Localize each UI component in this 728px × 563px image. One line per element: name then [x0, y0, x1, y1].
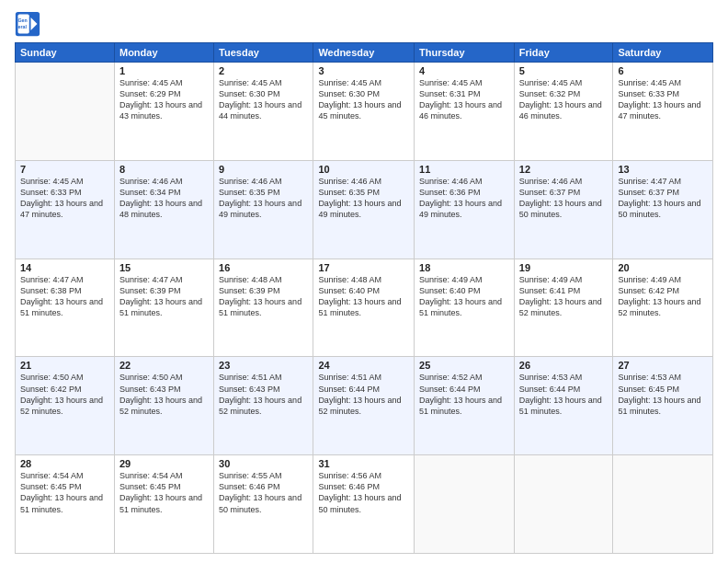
calendar-cell: 20Sunrise: 4:49 AM Sunset: 6:42 PM Dayli…	[613, 259, 713, 357]
calendar-cell: 27Sunrise: 4:53 AM Sunset: 6:45 PM Dayli…	[613, 357, 713, 455]
day-header-monday: Monday	[114, 43, 213, 63]
calendar-cell: 7Sunrise: 4:45 AM Sunset: 6:33 PM Daylig…	[16, 160, 115, 259]
cell-date: 25	[419, 360, 509, 371]
cell-date: 31	[318, 458, 409, 469]
cell-info: Sunrise: 4:45 AM Sunset: 6:33 PM Dayligh…	[20, 176, 109, 221]
cell-info: Sunrise: 4:51 AM Sunset: 6:43 PM Dayligh…	[219, 372, 308, 417]
cell-date: 23	[219, 360, 308, 371]
calendar-cell	[613, 455, 713, 554]
calendar-week-row: 1Sunrise: 4:45 AM Sunset: 6:29 PM Daylig…	[16, 63, 713, 161]
cell-date: 1	[119, 65, 209, 76]
cell-info: Sunrise: 4:47 AM Sunset: 6:37 PM Dayligh…	[618, 176, 708, 221]
cell-date: 14	[20, 262, 109, 273]
cell-date: 21	[20, 360, 109, 371]
cell-info: Sunrise: 4:46 AM Sunset: 6:36 PM Dayligh…	[419, 176, 509, 221]
day-header-saturday: Saturday	[613, 43, 713, 63]
day-header-sunday: Sunday	[16, 43, 115, 63]
logo-icon: Gen eral	[15, 11, 40, 37]
cell-info: Sunrise: 4:48 AM Sunset: 6:39 PM Dayligh…	[219, 274, 308, 319]
header: Gen eral	[15, 11, 713, 37]
calendar-cell: 14Sunrise: 4:47 AM Sunset: 6:38 PM Dayli…	[16, 259, 115, 357]
calendar-cell: 19Sunrise: 4:49 AM Sunset: 6:41 PM Dayli…	[514, 259, 613, 357]
cell-date: 6	[618, 65, 708, 76]
calendar-cell: 1Sunrise: 4:45 AM Sunset: 6:29 PM Daylig…	[114, 63, 213, 161]
calendar-table: SundayMondayTuesdayWednesdayThursdayFrid…	[15, 42, 713, 554]
calendar-cell: 16Sunrise: 4:48 AM Sunset: 6:39 PM Dayli…	[214, 259, 313, 357]
calendar-cell: 29Sunrise: 4:54 AM Sunset: 6:45 PM Dayli…	[114, 455, 213, 554]
cell-info: Sunrise: 4:46 AM Sunset: 6:37 PM Dayligh…	[519, 176, 609, 221]
cell-info: Sunrise: 4:45 AM Sunset: 6:29 PM Dayligh…	[119, 77, 209, 122]
calendar-cell: 12Sunrise: 4:46 AM Sunset: 6:37 PM Dayli…	[514, 160, 613, 259]
cell-date: 24	[318, 360, 409, 371]
cell-info: Sunrise: 4:53 AM Sunset: 6:45 PM Dayligh…	[618, 372, 708, 417]
cell-date: 7	[20, 164, 109, 175]
cell-date: 29	[119, 458, 209, 469]
logo: Gen eral	[15, 11, 44, 37]
calendar-cell: 28Sunrise: 4:54 AM Sunset: 6:45 PM Dayli…	[16, 455, 115, 554]
cell-info: Sunrise: 4:46 AM Sunset: 6:35 PM Dayligh…	[219, 176, 308, 221]
calendar-cell: 10Sunrise: 4:46 AM Sunset: 6:35 PM Dayli…	[313, 160, 415, 259]
day-header-tuesday: Tuesday	[214, 43, 313, 63]
cell-info: Sunrise: 4:47 AM Sunset: 6:38 PM Dayligh…	[20, 274, 109, 319]
day-header-friday: Friday	[514, 43, 613, 63]
cell-info: Sunrise: 4:45 AM Sunset: 6:30 PM Dayligh…	[219, 77, 308, 122]
cell-info: Sunrise: 4:52 AM Sunset: 6:44 PM Dayligh…	[419, 372, 509, 417]
cell-info: Sunrise: 4:46 AM Sunset: 6:35 PM Dayligh…	[318, 176, 409, 221]
cell-date: 3	[318, 65, 409, 76]
calendar-cell: 31Sunrise: 4:56 AM Sunset: 6:46 PM Dayli…	[313, 455, 415, 554]
cell-date: 26	[519, 360, 609, 371]
calendar-cell: 8Sunrise: 4:46 AM Sunset: 6:34 PM Daylig…	[114, 160, 213, 259]
calendar-cell: 17Sunrise: 4:48 AM Sunset: 6:40 PM Dayli…	[313, 259, 415, 357]
cell-info: Sunrise: 4:51 AM Sunset: 6:44 PM Dayligh…	[318, 372, 409, 417]
cell-date: 10	[318, 164, 409, 175]
calendar-cell: 6Sunrise: 4:45 AM Sunset: 6:33 PM Daylig…	[613, 63, 713, 161]
cell-info: Sunrise: 4:46 AM Sunset: 6:34 PM Dayligh…	[119, 176, 209, 221]
cell-info: Sunrise: 4:49 AM Sunset: 6:41 PM Dayligh…	[519, 274, 609, 319]
cell-info: Sunrise: 4:53 AM Sunset: 6:44 PM Dayligh…	[519, 372, 609, 417]
cell-date: 17	[318, 262, 409, 273]
calendar-cell: 15Sunrise: 4:47 AM Sunset: 6:39 PM Dayli…	[114, 259, 213, 357]
svg-text:Gen: Gen	[18, 17, 28, 23]
calendar-cell	[16, 63, 115, 161]
cell-info: Sunrise: 4:45 AM Sunset: 6:30 PM Dayligh…	[318, 77, 409, 122]
cell-info: Sunrise: 4:45 AM Sunset: 6:33 PM Dayligh…	[618, 77, 708, 122]
calendar-cell: 24Sunrise: 4:51 AM Sunset: 6:44 PM Dayli…	[313, 357, 415, 455]
cell-info: Sunrise: 4:49 AM Sunset: 6:42 PM Dayligh…	[618, 274, 708, 319]
calendar-cell	[415, 455, 515, 554]
cell-date: 12	[519, 164, 609, 175]
cell-date: 27	[618, 360, 708, 371]
calendar-week-row: 21Sunrise: 4:50 AM Sunset: 6:42 PM Dayli…	[16, 357, 713, 455]
cell-date: 16	[219, 262, 308, 273]
cell-date: 20	[618, 262, 708, 273]
calendar-week-row: 7Sunrise: 4:45 AM Sunset: 6:33 PM Daylig…	[16, 160, 713, 259]
cell-date: 22	[119, 360, 209, 371]
calendar-cell: 2Sunrise: 4:45 AM Sunset: 6:30 PM Daylig…	[214, 63, 313, 161]
cell-info: Sunrise: 4:55 AM Sunset: 6:46 PM Dayligh…	[219, 470, 308, 515]
cell-info: Sunrise: 4:48 AM Sunset: 6:40 PM Dayligh…	[318, 274, 409, 319]
cell-date: 30	[219, 458, 308, 469]
cell-info: Sunrise: 4:45 AM Sunset: 6:32 PM Dayligh…	[519, 77, 609, 122]
calendar-cell: 26Sunrise: 4:53 AM Sunset: 6:44 PM Dayli…	[514, 357, 613, 455]
calendar-cell: 9Sunrise: 4:46 AM Sunset: 6:35 PM Daylig…	[214, 160, 313, 259]
cell-date: 15	[119, 262, 209, 273]
calendar-cell: 25Sunrise: 4:52 AM Sunset: 6:44 PM Dayli…	[415, 357, 515, 455]
cell-info: Sunrise: 4:54 AM Sunset: 6:45 PM Dayligh…	[20, 470, 109, 515]
cell-info: Sunrise: 4:50 AM Sunset: 6:42 PM Dayligh…	[20, 372, 109, 417]
calendar-cell: 23Sunrise: 4:51 AM Sunset: 6:43 PM Dayli…	[214, 357, 313, 455]
cell-info: Sunrise: 4:47 AM Sunset: 6:39 PM Dayligh…	[119, 274, 209, 319]
cell-info: Sunrise: 4:56 AM Sunset: 6:46 PM Dayligh…	[318, 470, 409, 515]
calendar-cell: 18Sunrise: 4:49 AM Sunset: 6:40 PM Dayli…	[415, 259, 515, 357]
cell-info: Sunrise: 4:50 AM Sunset: 6:43 PM Dayligh…	[119, 372, 209, 417]
cell-date: 13	[618, 164, 708, 175]
cell-date: 8	[119, 164, 209, 175]
calendar-header-row: SundayMondayTuesdayWednesdayThursdayFrid…	[16, 43, 713, 63]
cell-info: Sunrise: 4:45 AM Sunset: 6:31 PM Dayligh…	[419, 77, 509, 122]
cell-date: 18	[419, 262, 509, 273]
cell-date: 4	[419, 65, 509, 76]
calendar-cell: 11Sunrise: 4:46 AM Sunset: 6:36 PM Dayli…	[415, 160, 515, 259]
cell-info: Sunrise: 4:49 AM Sunset: 6:40 PM Dayligh…	[419, 274, 509, 319]
cell-date: 2	[219, 65, 308, 76]
cell-date: 19	[519, 262, 609, 273]
cell-date: 28	[20, 458, 109, 469]
calendar-cell: 22Sunrise: 4:50 AM Sunset: 6:43 PM Dayli…	[114, 357, 213, 455]
